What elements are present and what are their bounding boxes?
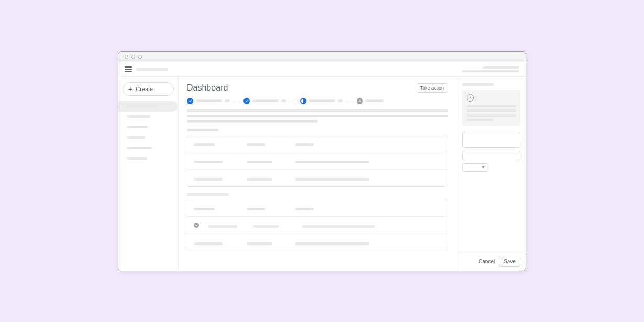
table-row[interactable] xyxy=(187,234,448,251)
dropdown-field[interactable] xyxy=(462,163,488,172)
step-4[interactable]: 4 xyxy=(357,98,384,104)
info-icon: i xyxy=(467,94,474,102)
table-row[interactable] xyxy=(187,152,448,169)
section-1-label xyxy=(187,129,218,131)
plus-icon: + xyxy=(128,85,132,93)
nav-item-5[interactable] xyxy=(118,153,178,164)
table-2 xyxy=(187,199,448,251)
right-panel: i Cancel Save xyxy=(457,77,526,271)
create-button-label: Create xyxy=(136,86,153,92)
table-row[interactable] xyxy=(187,169,448,186)
stepper: 4 xyxy=(187,98,448,104)
window-titlebar xyxy=(118,52,526,62)
take-action-button[interactable]: Take action xyxy=(416,83,448,93)
nav-item-4[interactable] xyxy=(118,143,178,153)
nav-item-3[interactable] xyxy=(118,132,178,143)
step-3[interactable] xyxy=(300,98,343,104)
window-control-minimize[interactable] xyxy=(131,55,135,59)
right-panel-title xyxy=(462,83,494,86)
step-done-icon xyxy=(243,98,250,104)
description-block xyxy=(187,109,448,123)
table-row[interactable] xyxy=(187,216,448,234)
nav-item-2[interactable] xyxy=(118,122,178,132)
app-window: + Create Dashboard Take action xyxy=(118,51,526,271)
nav-item-1[interactable] xyxy=(118,112,178,122)
step-pending-icon: 4 xyxy=(357,98,363,104)
step-2[interactable] xyxy=(243,98,286,104)
section-2-label xyxy=(187,193,229,196)
window-control-close[interactable] xyxy=(125,55,128,59)
check-icon xyxy=(194,223,199,228)
input-field-2[interactable] xyxy=(462,151,520,160)
save-button[interactable]: Save xyxy=(499,257,520,267)
app-title-placeholder xyxy=(136,68,168,71)
info-card: i xyxy=(462,90,520,126)
sidebar-nav xyxy=(118,101,178,164)
cancel-button[interactable]: Cancel xyxy=(479,259,495,264)
nav-item-0[interactable] xyxy=(118,101,178,112)
menu-icon[interactable] xyxy=(125,66,132,72)
table-header-row xyxy=(187,199,448,216)
app-bar xyxy=(118,62,526,77)
input-field-1[interactable] xyxy=(462,132,520,148)
appbar-account-area[interactable] xyxy=(462,66,519,72)
main-content: Dashboard Take action xyxy=(179,77,457,271)
right-panel-actions: Cancel Save xyxy=(457,252,526,271)
create-button[interactable]: + Create xyxy=(123,82,174,96)
page-title: Dashboard xyxy=(187,83,228,93)
table-header-row xyxy=(187,135,448,152)
step-active-icon xyxy=(300,98,306,104)
sidebar: + Create xyxy=(118,77,179,271)
table-1 xyxy=(187,135,448,187)
step-1[interactable] xyxy=(187,98,230,104)
window-control-maximize[interactable] xyxy=(138,55,142,59)
chevron-down-icon xyxy=(482,166,485,168)
step-done-icon xyxy=(187,98,193,104)
